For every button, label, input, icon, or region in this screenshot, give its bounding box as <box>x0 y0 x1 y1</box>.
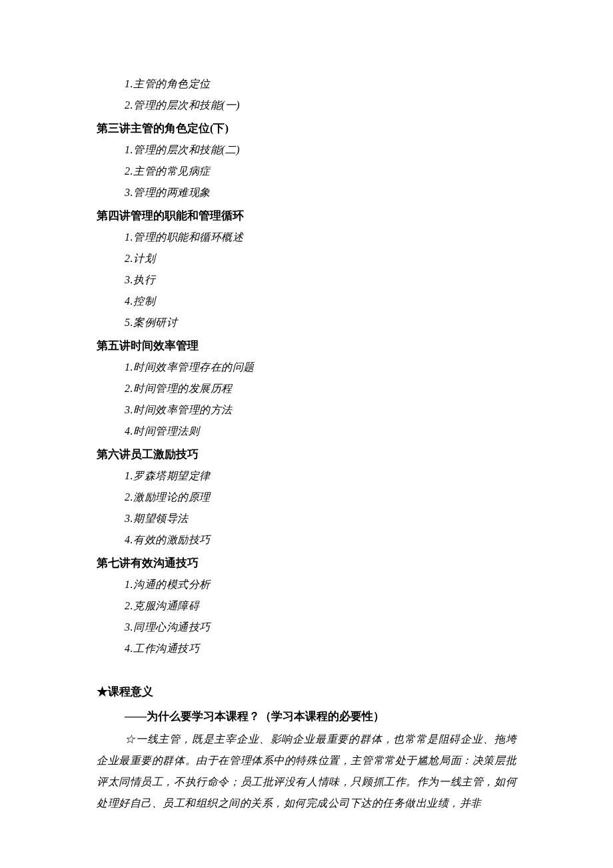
list-item: 3.时间效率管理的方法 <box>97 399 516 421</box>
list-item: 1.罗森塔期望定律 <box>97 465 516 487</box>
list-item: 5.案例研讨 <box>97 312 516 333</box>
course-meaning-heading: ★课程意义 <box>97 681 516 703</box>
list-item: 2.克服沟通障碍 <box>97 595 516 617</box>
list-item: 2.时间管理的发展历程 <box>97 378 516 399</box>
list-item: 2.计划 <box>97 248 516 269</box>
list-item: 1.管理的层次和技能(二) <box>97 139 516 161</box>
list-item: 4.控制 <box>97 291 516 312</box>
list-item: 2.管理的层次和技能(一) <box>97 95 516 116</box>
list-item: 4.有效的激励技巧 <box>97 529 516 551</box>
list-item: 4.工作沟通技巧 <box>97 638 516 659</box>
list-item: 4.时间管理法则 <box>97 421 516 442</box>
list-item: 1.时间效率管理存在的问题 <box>97 357 516 378</box>
section-heading: 第六讲员工激励技巧 <box>97 443 516 465</box>
section-heading: 第四讲管理的职能和管理循环 <box>97 205 516 227</box>
list-item: 1.沟通的模式分析 <box>97 574 516 595</box>
list-item: 3.同理心沟通技巧 <box>97 617 516 638</box>
section-heading: 第七讲有效沟通技巧 <box>97 552 516 574</box>
list-item: 3.期望领导法 <box>97 508 516 529</box>
list-item: 2.主管的常见病症 <box>97 161 516 182</box>
course-meaning-subheading: ——为什么要学习本课程？（学习本课程的必要性） <box>97 705 516 727</box>
section-heading: 第五讲时间效率管理 <box>97 335 516 357</box>
course-meaning-paragraph: ☆一线主管，既是主宰企业、影响企业最重要的群体，也常常是阻碍企业、拖垮企业最重要… <box>97 729 516 814</box>
section-heading: 第三讲主管的角色定位(下) <box>97 117 516 139</box>
list-item: 3.管理的两难现象 <box>97 182 516 203</box>
list-item: 1.主管的角色定位 <box>97 73 516 95</box>
document-content: 1.主管的角色定位 2.管理的层次和技能(一) 第三讲主管的角色定位(下) 1.… <box>97 73 516 814</box>
list-item: 1.管理的职能和循环概述 <box>97 227 516 248</box>
list-item: 2.激励理论的原理 <box>97 487 516 508</box>
list-item: 3.执行 <box>97 269 516 291</box>
